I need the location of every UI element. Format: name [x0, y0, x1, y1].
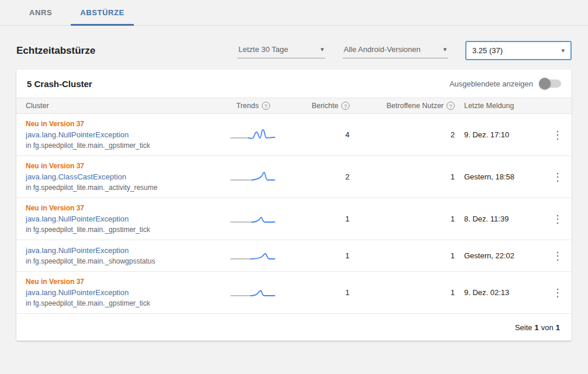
- reports-count: 1: [297, 251, 350, 260]
- col-header-last-report: Letzte Meldung: [455, 102, 544, 110]
- help-icon[interactable]: ?: [447, 102, 455, 110]
- crash-cluster-row: java.lang.NullPointerException in fg.spe…: [16, 240, 572, 272]
- tab-bar: ANRS ABSTÜRZE: [0, 0, 588, 26]
- pagination-of: von: [541, 323, 554, 332]
- reports-count: 1: [297, 214, 350, 223]
- cluster-count-title: 5 Crash-Cluster: [27, 79, 92, 89]
- date-range-select[interactable]: Letzte 30 Tage ▾: [237, 43, 325, 58]
- android-version-select[interactable]: Alle Android-Versionen ▾: [343, 43, 448, 58]
- trend-line: [251, 254, 275, 259]
- trend-line: [252, 217, 275, 222]
- android-version-value: Alle Android-Versionen: [344, 45, 421, 54]
- new-in-version-badge: Neu in Version 37: [26, 204, 209, 212]
- app-version-value: 3.25 (37): [472, 46, 503, 55]
- pagination-total-pages: 1: [556, 323, 560, 332]
- reports-count: 2: [297, 172, 350, 181]
- last-report-time: 9. Dez. 17:10: [455, 130, 544, 139]
- crash-location: in fg.speedpilot_lite.main._showgpsstatu…: [26, 257, 209, 265]
- chevron-down-icon: ▾: [443, 46, 447, 53]
- crash-location: in fg.speedpilot_lite.main._gpstimer_tic…: [26, 226, 209, 234]
- new-in-version-badge: Neu in Version 37: [26, 162, 209, 170]
- reports-count: 1: [297, 288, 350, 297]
- affected-users-count: 1: [350, 288, 455, 297]
- page-title: Echtzeitabstürze: [16, 45, 95, 57]
- new-in-version-badge: Neu in Version 37: [26, 278, 209, 286]
- pagination-current-page: 1: [535, 323, 539, 332]
- overflow-menu-icon[interactable]: ⋮: [549, 171, 566, 183]
- crash-cluster-row: Neu in Version 37 java.lang.NullPointerE…: [16, 198, 572, 240]
- reports-count: 4: [297, 130, 350, 139]
- affected-users-count: 2: [350, 130, 455, 139]
- help-icon[interactable]: ?: [262, 102, 270, 110]
- trend-sparkline: [229, 285, 278, 301]
- last-report-time: 8. Dez. 11:39: [455, 214, 544, 223]
- tab-anrs[interactable]: ANRS: [15, 0, 66, 25]
- exception-link[interactable]: java.lang.NullPointerException: [26, 214, 209, 223]
- last-report-time: Gestern, 22:02: [455, 251, 544, 260]
- help-icon[interactable]: ?: [341, 102, 350, 110]
- filters: Letzte 30 Tage ▾ Alle Android-Versionen …: [237, 41, 572, 60]
- affected-users-count: 1: [350, 214, 455, 223]
- exception-link[interactable]: java.lang.NullPointerException: [26, 246, 209, 255]
- chevron-down-icon: ▾: [561, 47, 565, 54]
- crash-cluster-row: Neu in Version 37 java.lang.NullPointerE…: [16, 114, 572, 156]
- trend-sparkline: [229, 211, 278, 227]
- overflow-menu-icon[interactable]: ⋮: [549, 286, 566, 299]
- trend-line: [252, 172, 275, 180]
- last-report-time: 9. Dez. 02:13: [455, 288, 544, 297]
- overflow-menu-icon[interactable]: ⋮: [549, 213, 566, 226]
- exception-link[interactable]: java.lang.NullPointerException: [26, 130, 209, 139]
- exception-link[interactable]: java.lang.NullPointerException: [26, 288, 209, 297]
- col-header-users: Betroffene Nutzer ?: [350, 102, 455, 110]
- crash-location: in fg.speedpilot_lite.main._activity_res…: [26, 183, 209, 192]
- exception-link[interactable]: java.lang.ClassCastException: [26, 172, 209, 181]
- trend-line: [248, 130, 275, 138]
- card-header: 5 Crash-Cluster Ausgeblendete anzeigen: [16, 70, 572, 98]
- tab-crashes[interactable]: ABSTÜRZE: [66, 0, 139, 25]
- chevron-down-icon: ▾: [320, 46, 324, 53]
- col-header-cluster: Cluster: [16, 102, 209, 110]
- crash-cluster-card: 5 Crash-Cluster Ausgeblendete anzeigen C…: [16, 70, 572, 341]
- trend-sparkline: [229, 169, 278, 185]
- crash-cluster-row: Neu in Version 37 java.lang.NullPointerE…: [16, 272, 572, 314]
- affected-users-count: 1: [350, 172, 455, 181]
- show-hidden-toggle[interactable]: [540, 79, 561, 88]
- last-report-time: Gestern, 18:58: [455, 172, 544, 181]
- overflow-menu-icon[interactable]: ⋮: [549, 250, 566, 262]
- crash-cluster-row: Neu in Version 37 java.lang.ClassCastExc…: [16, 156, 572, 198]
- new-in-version-badge: Neu in Version 37: [26, 120, 209, 128]
- trend-line: [251, 290, 275, 296]
- crash-location: in fg.speedpilot_lite.main._gpstimer_tic…: [26, 141, 209, 150]
- show-hidden-label: Ausgeblendete anzeigen: [449, 79, 533, 88]
- date-range-value: Letzte 30 Tage: [238, 45, 288, 54]
- col-header-trends: Trends ?: [209, 102, 297, 110]
- table-header-row: Cluster Trends ? Berichte ? Betroffene N…: [16, 98, 572, 114]
- toggle-knob: [539, 78, 551, 89]
- overflow-menu-icon[interactable]: ⋮: [549, 129, 566, 141]
- pagination-prefix: Seite: [515, 323, 532, 332]
- trend-sparkline: [229, 127, 278, 143]
- pagination: Seite 1 von 1: [16, 314, 572, 341]
- affected-users-count: 1: [350, 251, 455, 260]
- crash-location: in fg.speedpilot_lite.main._gpstimer_tic…: [26, 299, 209, 307]
- trend-sparkline: [229, 248, 278, 264]
- page-header: Echtzeitabstürze Letzte 30 Tage ▾ Alle A…: [0, 41, 588, 60]
- col-header-reports: Berichte ?: [297, 102, 350, 110]
- app-version-select[interactable]: 3.25 (37) ▾: [465, 41, 572, 60]
